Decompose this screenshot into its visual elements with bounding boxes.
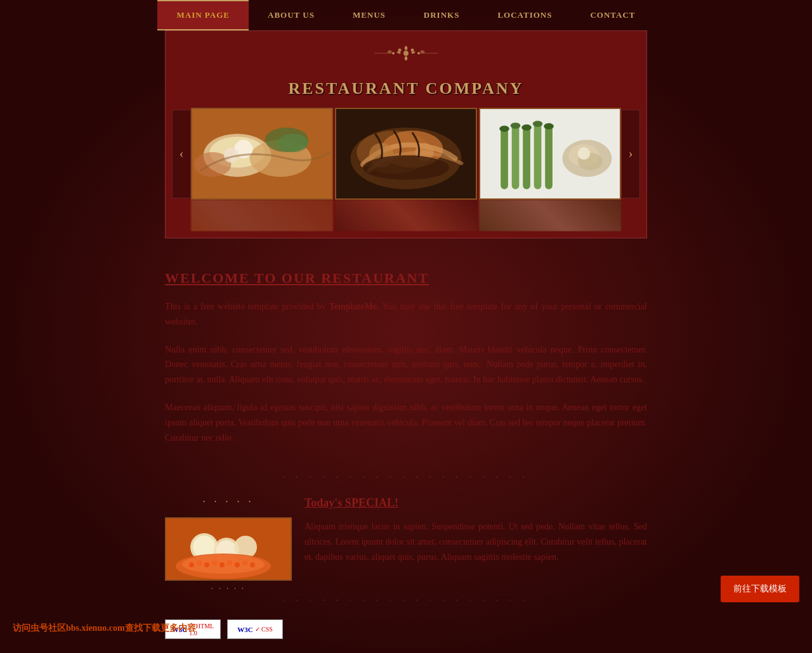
svg-rect-26 [512,124,520,189]
svg-point-55 [250,562,255,567]
hero-ornament [166,31,646,73]
special-food-image [165,517,292,581]
welcome-title: WELCOME TO OUR RESTAURANT [165,270,647,287]
svg-point-31 [511,122,521,129]
gallery-next-arrow[interactable]: › [621,110,640,198]
w3c-badges: W3C ✓ HTML1.0 W3C ✓ CSS [165,619,647,639]
gallery-images [191,108,621,200]
svg-point-50 [212,560,217,566]
dots-ornament-top: · · · · · · · · · · · · · · · · · · · [165,470,647,484]
nav-drinks[interactable]: DRINKS [405,0,479,30]
svg-point-1 [398,49,402,52]
special-text: Aliquam tristique lacus in sapien. Suspe… [304,519,647,564]
svg-rect-27 [523,126,530,189]
gallery-reflection [166,200,646,231]
special-image-area: · · · · · [165,496,292,593]
gallery-image-1 [191,108,333,200]
svg-point-38 [578,147,590,159]
special-section-wrapper: · · · · · · · · · · · · · · · · · · · · … [165,470,647,607]
svg-point-15 [277,134,308,152]
gallery-prev-arrow[interactable]: ‹ [172,110,191,198]
svg-point-52 [227,560,232,566]
svg-rect-25 [501,127,508,189]
download-button[interactable]: 前往下载模板 [721,576,799,602]
svg-point-30 [499,126,509,132]
gallery-image-2 [335,108,477,200]
w3c-css-badge: W3C ✓ CSS [227,619,283,639]
svg-point-51 [219,562,225,567]
hero-title: RESTAURANT COMPANY [166,73,646,108]
svg-point-32 [521,124,532,131]
svg-point-34 [544,123,554,129]
nav-menus[interactable]: MENUS [334,0,405,30]
special-title: Today's SPECIAL! [304,496,647,510]
welcome-paragraph-1: This is a free website template provided… [165,299,647,330]
special-ornament-bottom: · · · · · [211,584,246,593]
gallery-image-3 [479,108,621,200]
nav-about-us[interactable]: ABOUT US [249,0,334,30]
welcome-paragraph-3: Maecenas aliquam, ligula id egestas susc… [165,400,647,445]
nav-contact[interactable]: CONTACT [571,0,654,30]
special-text-area: Today's SPECIAL! Aliquam tristique lacus… [304,496,647,593]
dots-ornament-bottom: · · · · · · · · · · · · · · · · · · · [165,593,647,607]
svg-point-53 [235,562,240,567]
nav-main-page[interactable]: MAIN PAGE [157,0,249,30]
svg-point-54 [242,560,247,566]
svg-point-22 [363,155,449,180]
welcome-section: WELCOME TO OUR RESTAURANT This is a free… [165,257,647,470]
special-ornament-top: · · · · · [203,496,254,508]
svg-point-48 [197,560,202,566]
svg-point-47 [189,562,194,567]
footer-watermark: 访问虫号社区bbs.xienuo.com查找下载更多内容 [13,623,196,634]
nav-locations[interactable]: LOCATIONS [478,0,571,30]
svg-rect-29 [545,125,553,189]
special-section: · · · · · [165,496,647,593]
svg-rect-28 [534,122,542,189]
hero-section: RESTAURANT COMPANY ‹ [165,30,647,238]
welcome-paragraph-2: Nulla enim nibh, consectetuer sed, vesti… [165,342,647,387]
main-content: RESTAURANT COMPANY ‹ [165,30,647,653]
svg-point-49 [204,562,209,567]
svg-point-2 [411,49,414,52]
svg-point-0 [403,51,409,56]
gallery-container: ‹ [166,108,646,200]
svg-point-33 [533,120,543,127]
navigation: MAIN PAGE ABOUT US MENUS DRINKS LOCATION… [0,0,812,30]
